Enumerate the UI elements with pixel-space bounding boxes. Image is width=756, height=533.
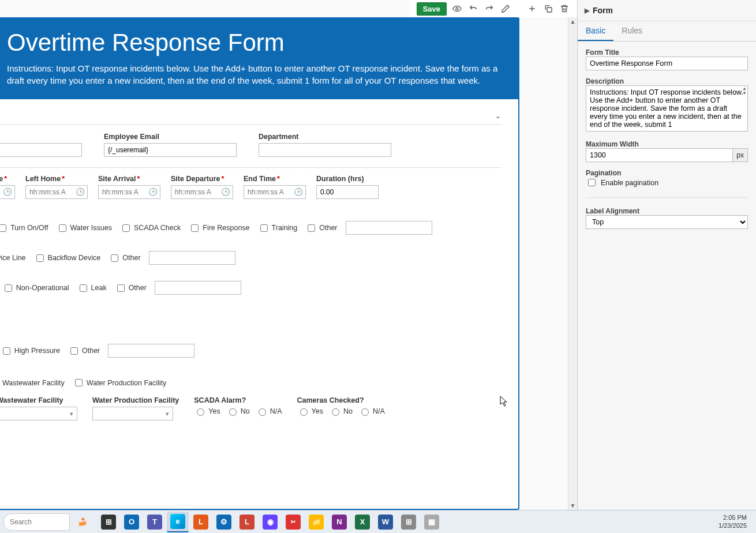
form-title: Overtime Response Form (0, 29, 501, 57)
taskbar-clock[interactable]: 2:05 PM 1/23/2025 (718, 514, 753, 529)
taskbar-app-misc[interactable]: ▦ (421, 512, 443, 532)
taskbar-weather-icon[interactable]: 🍰 (72, 513, 93, 531)
input-site-departure[interactable] (171, 185, 233, 199)
taskbar-app-l2[interactable]: L (236, 512, 258, 532)
taskbar-settings[interactable]: ⚙ (213, 512, 235, 532)
check-backflow[interactable]: Backflow Device (34, 253, 101, 264)
undo-icon[interactable] (467, 3, 479, 14)
check-high-pressure[interactable]: High Pressure (1, 346, 60, 356)
taskbar-outlook[interactable]: O (121, 512, 143, 532)
input-other-response[interactable] (346, 221, 432, 235)
check-leak[interactable]: Leak (77, 283, 107, 294)
check-enable-pagination[interactable]: Enable pagination (586, 177, 748, 188)
taskbar-onenote[interactable]: N (328, 512, 350, 532)
taskbar-word[interactable]: W (375, 512, 396, 532)
taskbar-edge[interactable]: e (167, 512, 189, 532)
panel-header[interactable]: ▶ Form (578, 0, 756, 21)
edit-icon[interactable] (500, 3, 511, 14)
input-duration[interactable] (316, 185, 379, 199)
check-service[interactable]: Service Line (0, 253, 26, 264)
label-alignment: Label Alignment (586, 207, 748, 215)
taskbar-teams[interactable]: T (144, 512, 166, 532)
radio-scada-no[interactable]: No (226, 407, 250, 416)
taskbar-app-purple[interactable]: ◉ (259, 512, 281, 532)
radio-cam-no[interactable]: No (329, 407, 353, 416)
check-water[interactable]: Water Issues (57, 223, 112, 234)
taskbar-calculator[interactable]: ⊞ (398, 512, 420, 532)
input-other-leak[interactable] (149, 251, 235, 265)
label-alarm-info: mation (0, 366, 501, 374)
input-description[interactable]: Instructions: Input OT response incident… (586, 85, 748, 132)
unit-px: px (733, 148, 748, 162)
panel-expand-icon: ▶ (585, 7, 589, 14)
input-other-pressure[interactable] (108, 344, 194, 358)
section-information[interactable]: Information ⌄ (0, 110, 501, 125)
textarea-spinner-icon[interactable]: ▲▼ (742, 87, 747, 96)
check-nonop[interactable]: Non-Operational (2, 283, 69, 294)
label-start-call: Start/Call Time (0, 175, 15, 183)
taskbar-search[interactable]: Search (3, 513, 70, 531)
redo-icon[interactable] (484, 3, 495, 14)
label-form-title: Form Title (586, 48, 748, 57)
tab-rules[interactable]: Rules (613, 21, 650, 41)
input-end-time[interactable] (244, 185, 306, 199)
input-department[interactable] (259, 143, 391, 157)
label-department: Department (259, 133, 397, 141)
taskbar-excel[interactable]: X (351, 512, 373, 532)
taskbar-app-l[interactable]: L (190, 512, 212, 532)
combo-water-prod[interactable]: ▾ (92, 407, 173, 421)
radio-scada-yes[interactable]: Yes (194, 407, 220, 416)
label-description: Description (586, 77, 748, 85)
input-employee-id[interactable] (0, 143, 82, 157)
taskbar-taskview[interactable]: ⊞ (98, 512, 119, 532)
preview-icon[interactable] (451, 3, 463, 14)
svg-point-0 (456, 7, 458, 10)
form-description: Instructions: Input OT response incident… (0, 62, 501, 87)
taskbar-date: 1/23/2025 (718, 522, 747, 530)
editor-toolbar: Save (410, 0, 577, 17)
check-other-hydrant[interactable]: Other (115, 283, 147, 294)
input-other-hydrant[interactable] (155, 281, 241, 295)
check-fire[interactable]: Fire Response (189, 223, 249, 234)
label-left-home: Left Home (25, 175, 88, 183)
input-max-width[interactable] (586, 148, 733, 162)
label-max-width: Maximum Width (586, 140, 748, 148)
check-other-pressure[interactable]: Other (68, 346, 100, 356)
taskbar-explorer[interactable]: 📁 (305, 512, 327, 532)
combo-wastewater[interactable]: ▾ (0, 407, 77, 421)
check-wastewater[interactable]: Wastewater Facility (0, 377, 65, 388)
add-icon[interactable] (526, 3, 538, 14)
radio-cam-na[interactable]: N/A (358, 407, 385, 416)
scroll-up-icon[interactable]: ▲ (569, 17, 577, 26)
check-other-leak[interactable]: Other (108, 253, 140, 264)
copy-icon[interactable] (542, 3, 554, 14)
check-scada[interactable]: SCADA Check (120, 223, 181, 234)
tab-basic[interactable]: Basic (578, 21, 613, 41)
radio-cam-yes[interactable]: Yes (297, 407, 323, 416)
delete-icon[interactable] (559, 3, 570, 14)
input-form-title[interactable] (586, 57, 748, 70)
form-canvas: Overtime Response Form Instructions: Inp… (0, 17, 519, 510)
taskbar-snip[interactable]: ✂ (282, 512, 304, 532)
input-employee-email[interactable] (104, 143, 237, 157)
select-label-alignment[interactable]: Top (586, 215, 748, 229)
panel-title: Form (593, 6, 613, 15)
label-response: Response* (0, 209, 501, 217)
radio-scada-na[interactable]: N/A (256, 407, 282, 416)
input-site-arrival[interactable] (98, 185, 160, 199)
input-left-home[interactable] (25, 185, 88, 199)
input-start-call[interactable] (0, 185, 15, 199)
label-cameras: Cameras Checked? (297, 396, 385, 404)
save-button[interactable]: Save (417, 2, 447, 16)
label-wastewater: Wastewater Facility (0, 396, 77, 404)
windows-taskbar: Search 🍰 ⊞ O T e L ⚙ L ◉ ✂ 📁 N X W ⊞ ▦ 2… (0, 510, 756, 533)
check-training[interactable]: Training (258, 223, 298, 234)
check-turn[interactable]: Turn On/Off (0, 223, 48, 234)
vertical-scrollbar[interactable]: ▲ ▼ (568, 17, 577, 510)
svg-rect-1 (547, 7, 552, 12)
collapse-chevron-icon[interactable]: ⌄ (495, 112, 501, 120)
scroll-down-icon[interactable]: ▼ (569, 501, 577, 510)
check-water-prod[interactable]: Water Production Facility (73, 377, 166, 388)
properties-panel: ▶ Form Basic Rules Form Title Descriptio… (577, 0, 756, 510)
check-other-response[interactable]: Other (305, 223, 337, 234)
